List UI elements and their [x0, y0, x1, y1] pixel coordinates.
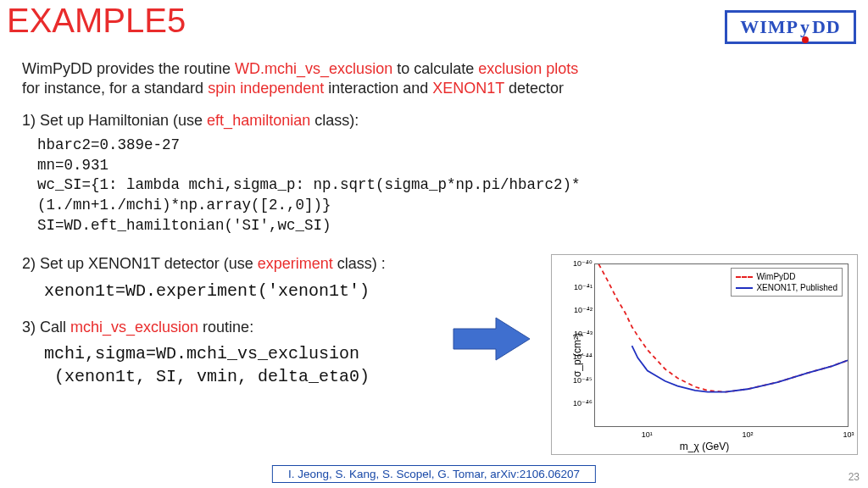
intro-spin: spin independent — [208, 80, 324, 97]
step2-a: 2) Set up XENON1T detector (use — [22, 255, 258, 272]
ytick: 10⁻⁴² — [564, 306, 593, 314]
legend-row-0: WimPyDD — [736, 271, 837, 282]
credits: I. Jeong, S. Kang, S. Scopel, G. Tomar, … — [272, 465, 596, 483]
ytick: 10⁻⁴⁵ — [564, 376, 593, 385]
legend-swatch-0 — [736, 276, 753, 278]
step1-c: class): — [310, 112, 359, 129]
arrow-icon — [449, 313, 534, 364]
logo-text-mid: y — [798, 16, 812, 38]
step3-a: 3) Call — [22, 319, 70, 336]
page-number: 23 — [849, 471, 860, 483]
xtick: 10³ — [843, 430, 854, 439]
wimpydd-logo: WIMPyDD — [725, 10, 856, 44]
chart-xlabel: m_χ (GeV) — [680, 441, 729, 452]
xtick: 10¹ — [642, 430, 653, 439]
ytick: 10⁻⁴⁶ — [564, 399, 593, 408]
intro-routine: WD.mchi_vs_exclusion — [235, 60, 392, 77]
page-title: EXAMPLE5 — [7, 2, 186, 40]
intro-detector: XENON1T — [432, 80, 504, 97]
ytick: 10⁻⁴⁰ — [564, 259, 593, 268]
ytick: 10⁻⁴¹ — [564, 283, 593, 291]
intro-line2c: detector — [504, 80, 564, 97]
legend-row-1: XENON1T, Published — [736, 282, 837, 293]
credits-names: I. Jeong, S. Kang, S. Scopel, G. Tomar — [288, 468, 484, 480]
step2-b: experiment — [258, 255, 333, 272]
chart-legend: WimPyDD XENON1T, Published — [731, 268, 843, 297]
step1-a: 1) Set up Hamiltonian (use — [22, 112, 207, 129]
step3-b: mchi_vs_exclusion — [70, 319, 198, 336]
xtick: 10² — [743, 430, 754, 439]
logo-text-right: DD — [812, 16, 841, 38]
svg-marker-0 — [453, 318, 530, 360]
exclusion-chart: σ_p (cm²) m_χ (GeV) WimPyDD XENON1T, Pub… — [551, 254, 858, 455]
ytick: 10⁻⁴³ — [564, 330, 593, 338]
intro-exclusion: exclusion plots — [478, 60, 578, 77]
intro-prefix: WimPyDD provides the routine — [22, 60, 235, 77]
step2-c: class) : — [333, 255, 386, 272]
step3-c: routine: — [198, 319, 253, 336]
legend-swatch-1 — [736, 287, 753, 289]
step-1: 1) Set up Hamiltonian (use eft_hamiltoni… — [22, 111, 844, 130]
step1-b: eft_hamiltonian — [207, 112, 310, 129]
intro-line: WimPyDD provides the routine WD.mchi_vs_… — [22, 59, 844, 99]
ytick: 10⁻⁴⁴ — [564, 352, 593, 361]
intro-mid1: to calculate — [392, 60, 478, 77]
chart-plot-area: WimPyDD XENON1T, Published — [594, 263, 849, 427]
intro-line2a: for instance, for a standard — [22, 80, 208, 97]
logo-text-left: WIMP — [740, 16, 798, 38]
intro-line2b: interaction and — [324, 80, 432, 97]
legend-label-1: XENON1T, Published — [756, 282, 837, 293]
legend-label-0: WimPyDD — [756, 271, 795, 282]
credits-arxiv: arXiv:2106.06207 — [490, 468, 580, 480]
code-block-1: hbarc2=0.389e-27 mn=0.931 wc_SI={1: lamb… — [22, 136, 844, 236]
